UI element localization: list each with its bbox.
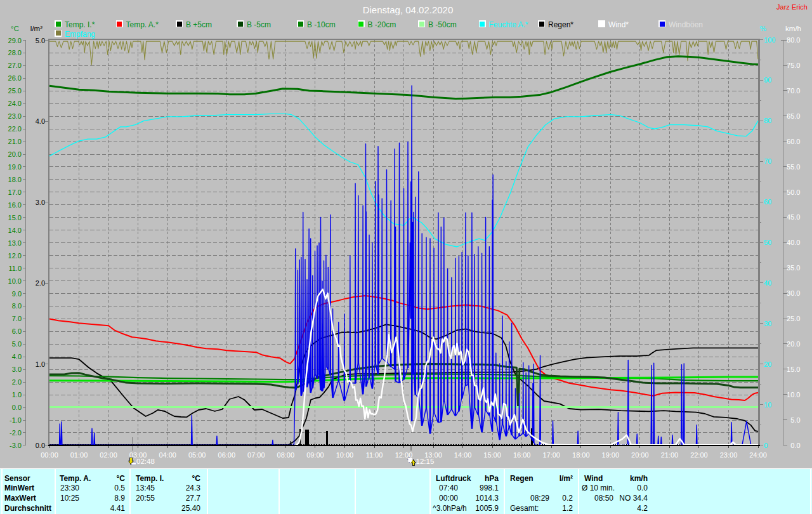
- svg-text:00:00: 00:00: [41, 451, 58, 459]
- svg-text:Temp. A.*: Temp. A.*: [126, 20, 159, 29]
- svg-text:28.0: 28.0: [8, 49, 22, 56]
- svg-text:50: 50: [764, 239, 771, 246]
- svg-text:80.0: 80.0: [787, 36, 800, 44]
- svg-text:08:29: 08:29: [530, 494, 549, 503]
- svg-text:Regen: Regen: [510, 474, 534, 483]
- svg-text:20:00: 20:00: [631, 451, 649, 459]
- svg-text:Feuchte A.*: Feuchte A.*: [489, 20, 528, 29]
- svg-text:12.0: 12.0: [8, 252, 22, 260]
- svg-text:35.0: 35.0: [787, 264, 800, 272]
- svg-text:4.2: 4.2: [637, 504, 648, 513]
- svg-text:40.0: 40.0: [787, 239, 800, 246]
- svg-text:45.0: 45.0: [787, 213, 800, 221]
- svg-text:16:00: 16:00: [513, 451, 531, 459]
- svg-text:Luftdruck: Luftdruck: [436, 474, 471, 483]
- svg-text:09:00: 09:00: [306, 451, 324, 459]
- svg-text:5.0: 5.0: [790, 416, 800, 424]
- svg-text:14.0: 14.0: [8, 227, 22, 234]
- svg-text:4.41: 4.41: [110, 504, 126, 513]
- svg-text:Temp. I.*: Temp. I.*: [65, 20, 95, 29]
- svg-text:18:00: 18:00: [572, 451, 590, 459]
- svg-text:^3.0hPa/h: ^3.0hPa/h: [433, 504, 467, 513]
- svg-text:80: 80: [764, 117, 771, 124]
- svg-text:l/m²: l/m²: [30, 25, 43, 32]
- svg-text:13:45: 13:45: [136, 484, 155, 492]
- svg-text:07:00: 07:00: [247, 451, 265, 459]
- svg-text:18.0: 18.0: [8, 176, 22, 183]
- svg-text:19.0: 19.0: [8, 163, 22, 171]
- svg-text:1.0: 1.0: [12, 391, 22, 399]
- svg-text:km/h: km/h: [785, 25, 801, 32]
- svg-text:B -20cm: B -20cm: [368, 20, 396, 29]
- svg-text:70: 70: [764, 157, 771, 165]
- svg-text:23:00: 23:00: [720, 451, 738, 459]
- svg-text:00:00: 00:00: [439, 494, 458, 503]
- svg-text:0: 0: [764, 442, 768, 449]
- svg-text:02:48: 02:48: [136, 458, 155, 465]
- svg-text:998.1: 998.1: [480, 484, 499, 492]
- svg-text:°C: °C: [192, 474, 201, 483]
- svg-text:24.3: 24.3: [186, 484, 201, 492]
- svg-text:hPa: hPa: [485, 474, 499, 483]
- svg-text:°C: °C: [117, 474, 126, 483]
- svg-text:17:00: 17:00: [542, 451, 560, 459]
- svg-text:29.0: 29.0: [8, 37, 22, 44]
- svg-text:6.0: 6.0: [12, 327, 22, 335]
- svg-text:3.0: 3.0: [36, 199, 45, 206]
- svg-text:90: 90: [764, 76, 771, 84]
- svg-text:16.0: 16.0: [8, 201, 22, 209]
- svg-text:Regen*: Regen*: [548, 20, 573, 29]
- svg-text:B +5cm: B +5cm: [186, 20, 212, 29]
- svg-text:8.0: 8.0: [12, 302, 22, 310]
- svg-text:Empfang: Empfang: [65, 30, 95, 39]
- svg-text:10.0: 10.0: [8, 277, 22, 285]
- svg-text:20:55: 20:55: [136, 494, 155, 503]
- svg-text:1005.9: 1005.9: [475, 504, 499, 513]
- svg-text:0.5: 0.5: [114, 484, 125, 492]
- svg-text:70.0: 70.0: [787, 87, 800, 95]
- svg-text:10.0: 10.0: [787, 391, 800, 399]
- svg-text:21:00: 21:00: [661, 451, 679, 459]
- svg-text:Wind*: Wind*: [608, 20, 629, 29]
- svg-text:10: 10: [764, 401, 771, 409]
- svg-text:Gesamt:: Gesamt:: [510, 504, 539, 513]
- svg-text:7.0: 7.0: [12, 315, 22, 322]
- svg-text:20: 20: [764, 360, 771, 368]
- svg-text:Durchschnitt: Durchschnitt: [4, 504, 51, 513]
- svg-text:3.0: 3.0: [12, 366, 22, 373]
- svg-text:27.7: 27.7: [186, 494, 201, 503]
- svg-text:MinWert: MinWert: [4, 484, 34, 492]
- svg-text:02:00: 02:00: [100, 451, 117, 459]
- svg-text:60: 60: [764, 198, 771, 206]
- svg-text:30: 30: [764, 320, 771, 327]
- svg-text:10:25: 10:25: [60, 494, 79, 503]
- svg-text:26.0: 26.0: [8, 74, 22, 82]
- svg-text:08:00: 08:00: [277, 451, 295, 459]
- svg-text:22.0: 22.0: [8, 125, 22, 133]
- svg-text:25.0: 25.0: [787, 315, 800, 322]
- svg-text:Ø 10 min.: Ø 10 min.: [582, 484, 615, 492]
- svg-text:MaxWert: MaxWert: [4, 494, 36, 503]
- svg-text:2.0: 2.0: [36, 279, 45, 287]
- svg-text:9.0: 9.0: [12, 290, 22, 298]
- svg-text:60.0: 60.0: [787, 138, 800, 145]
- svg-text:04:00: 04:00: [159, 451, 176, 459]
- svg-text:%: %: [760, 25, 766, 32]
- svg-text:23:30: 23:30: [60, 484, 79, 492]
- svg-text:24:00: 24:00: [749, 451, 767, 459]
- svg-text:06:00: 06:00: [218, 451, 236, 459]
- svg-text:1014.3: 1014.3: [475, 494, 499, 503]
- svg-text:20.0: 20.0: [8, 150, 22, 158]
- svg-text:30.0: 30.0: [787, 289, 800, 297]
- svg-text:1.2: 1.2: [562, 504, 573, 513]
- svg-text:25.40: 25.40: [181, 504, 200, 513]
- svg-text:01:00: 01:00: [70, 451, 88, 459]
- svg-text:12:15: 12:15: [416, 458, 435, 465]
- svg-text:1.0: 1.0: [36, 360, 45, 368]
- svg-text:Wind: Wind: [584, 474, 603, 483]
- svg-text:100: 100: [764, 36, 775, 44]
- svg-text:25.0: 25.0: [8, 87, 22, 95]
- svg-text:24.0: 24.0: [8, 100, 22, 107]
- svg-text:23.0: 23.0: [8, 112, 22, 120]
- svg-text:11:00: 11:00: [366, 451, 383, 459]
